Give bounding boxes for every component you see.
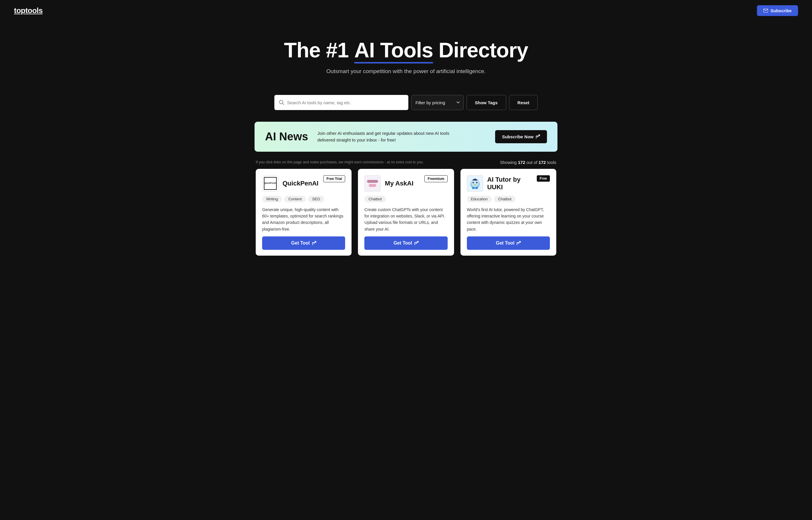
external-link-icon-card [312, 241, 316, 245]
card-quickpenai: QuickPenAI QuickPenAI Free Trial Writing… [256, 169, 352, 256]
showing-middle: out of [525, 160, 538, 165]
card-tags-quickpenai: Writing Content SEO [262, 196, 345, 202]
news-banner: AI News Join other AI enthusiasts and ge… [255, 122, 557, 152]
card-identity-myaskai: My AskAI [364, 175, 421, 191]
news-banner-text: Join other AI enthusiasts and get regula… [318, 130, 486, 144]
badge-freemium: Freemium [424, 175, 447, 182]
search-icon [279, 100, 284, 105]
reset-button[interactable]: Reset [509, 95, 538, 110]
aitutor-logo-svg [468, 177, 481, 190]
header-subscribe-button[interactable]: Subscribe [757, 5, 798, 16]
card-name-quickpenai: QuickPenAI [282, 180, 318, 187]
show-tags-button[interactable]: Show Tags [466, 95, 506, 110]
tag-chatbot2[interactable]: Chatbot [494, 196, 515, 202]
card-tags-myaskai: Chatbot [364, 196, 447, 202]
get-tool-button-quickpenai[interactable]: Get Tool [262, 236, 345, 250]
site-logo[interactable]: toptools [14, 6, 43, 15]
svg-point-9 [476, 182, 478, 183]
subscribe-now-button[interactable]: Subscribe Now [495, 130, 547, 143]
card-desc-quickpenai: Generate unique, high-quality content wi… [262, 206, 345, 233]
search-box [274, 95, 408, 110]
mail-icon [763, 9, 768, 12]
badge-free: Free [537, 175, 550, 182]
search-section: Filter by pricing Free Freemium Free Tri… [0, 86, 812, 116]
card-identity-aitutor: AI Tutor by UUKI [467, 175, 533, 191]
aitutor-logo [467, 175, 483, 191]
showing-count: Showing 172 out of 172 tools [500, 160, 556, 165]
svg-point-8 [473, 182, 474, 183]
tag-education[interactable]: Education [467, 196, 492, 202]
card-top-aitutor: AI Tutor by UUKI Free [467, 175, 550, 191]
showing-total: 172 [538, 160, 546, 165]
hero-headline-highlight: AI Tools [354, 39, 433, 62]
showing-prefix: Showing [500, 160, 518, 165]
card-name-myaskai: My AskAI [385, 180, 413, 187]
card-top: QuickPenAI QuickPenAI Free Trial [262, 175, 345, 191]
hero-headline: The #1 AI Tools Directory [6, 39, 806, 62]
disclaimer-text: If you click links on this page and make… [256, 160, 424, 164]
external-link-icon [536, 134, 540, 138]
cards-grid: QuickPenAI QuickPenAI Free Trial Writing… [255, 169, 557, 274]
news-banner-title: AI News [265, 130, 308, 143]
search-input[interactable] [287, 100, 404, 105]
myaskai-logo-svg [366, 179, 379, 187]
card-desc-aitutor: World's first AI tutor, powered by ChatG… [467, 206, 550, 233]
get-tool-button-myaskai[interactable]: Get Tool [364, 236, 447, 250]
get-tool-button-aitutor[interactable]: Get Tool [467, 236, 550, 250]
hero-headline-part1: The #1 [284, 38, 354, 62]
tag-content[interactable]: Content [284, 196, 306, 202]
hero-subtitle: Outsmart your competition with the power… [6, 68, 806, 75]
svg-point-10 [473, 182, 474, 183]
external-link-icon-card3 [517, 241, 521, 245]
card-name-aitutor: AI Tutor by UUKI [487, 176, 533, 191]
showing-suffix: tools [546, 160, 556, 165]
myaskai-logo [364, 175, 381, 191]
card-myaskai: My AskAI Freemium Chatbot Create custom … [358, 169, 454, 256]
svg-rect-2 [367, 180, 378, 183]
tag-seo[interactable]: SEO [308, 196, 324, 202]
card-aitutor: AI Tutor by UUKI Free Education Chatbot … [460, 169, 556, 256]
hero-section: The #1 AI Tools Directory Outsmart your … [0, 21, 812, 86]
card-top-myaskai: My AskAI Freemium [364, 175, 447, 191]
info-row: If you click links on this page and make… [255, 160, 557, 165]
tag-chatbot[interactable]: Chatbot [364, 196, 386, 202]
tag-writing[interactable]: Writing [262, 196, 282, 202]
pricing-filter-select[interactable]: Filter by pricing Free Freemium Free Tri… [411, 95, 464, 110]
site-header: toptools Subscribe [0, 0, 812, 21]
quickpenai-logo: QuickPenAI [262, 175, 278, 191]
svg-marker-16 [472, 179, 478, 180]
svg-point-11 [477, 182, 477, 183]
badge-free-trial: Free Trial [323, 175, 345, 182]
card-desc-myaskai: Create custom ChatGPTs with your content… [364, 206, 447, 233]
showing-current: 172 [518, 160, 525, 165]
external-link-icon-card2 [414, 241, 418, 245]
card-identity: QuickPenAI QuickPenAI [262, 175, 320, 191]
svg-rect-3 [369, 184, 376, 187]
card-tags-aitutor: Education Chatbot [467, 196, 550, 202]
hero-headline-part2: Directory [433, 38, 528, 62]
